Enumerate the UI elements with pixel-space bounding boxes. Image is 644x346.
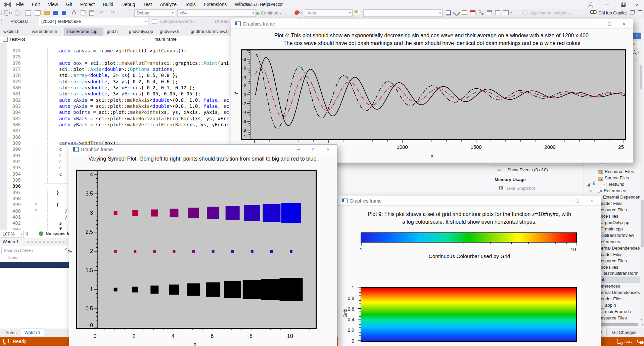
menu-extensions[interactable]: Extensions bbox=[200, 0, 231, 9]
hot-reload-caret[interactable]: ▾ bbox=[301, 11, 302, 14]
status-branch-label[interactable]: sci ▴ bbox=[625, 339, 633, 344]
restore-button[interactable] bbox=[616, 0, 631, 9]
platform-combo[interactable]: x64▾ bbox=[177, 9, 256, 17]
explorer-item-header-files[interactable]: Header Files bbox=[598, 296, 623, 303]
code-line[interactable]: std::array<double, 3> yErrors{ 0.05, 0.0… bbox=[39, 91, 201, 96]
code-line[interactable]: } bbox=[39, 190, 59, 195]
code-line[interactable]: auto canvas = frame->getPanel()->getCanv… bbox=[39, 48, 186, 53]
redo-icon[interactable]: ↷ bbox=[111, 10, 115, 15]
explorer-item-references[interactable]: ▷References bbox=[604, 188, 626, 194]
code-line[interactable]: c bbox=[39, 171, 62, 177]
minimize-button[interactable]: ─ bbox=[557, 198, 567, 204]
menu-build[interactable]: Build bbox=[99, 0, 117, 9]
account-name[interactable]: svector bbox=[269, 2, 283, 7]
fold-marker[interactable]: ˅ bbox=[35, 202, 39, 207]
tab-gridtransformview-h[interactable]: gridtransformview.h bbox=[187, 28, 234, 36]
breadcrumb-member[interactable]: mainFrame bbox=[154, 37, 177, 42]
copy-icon[interactable] bbox=[81, 10, 85, 15]
code-line[interactable]: auto xAxis = sci::plot::makeAxis<double>… bbox=[39, 97, 229, 103]
copilot-share-icon[interactable] bbox=[630, 10, 635, 14]
linked-services-icon[interactable] bbox=[479, 10, 481, 13]
tab-wxrenderer-h[interactable]: wxrenderer.h bbox=[29, 28, 64, 36]
save-all-icon[interactable] bbox=[61, 10, 66, 15]
code-line[interactable]: f bbox=[39, 227, 62, 230]
menu-test[interactable]: Test bbox=[139, 0, 156, 9]
tab-git-changes[interactable]: Git Changes bbox=[609, 329, 639, 336]
plot4-title-bar[interactable]: Graphics frame ─ □ × bbox=[231, 19, 633, 29]
menu-debug[interactable]: Debug bbox=[117, 0, 139, 9]
explorer-item-header-files[interactable]: Header Files bbox=[598, 252, 623, 258]
graphics-frame-plot9-window[interactable]: Graphics frame ─ □ × Plot 9: This plot s… bbox=[338, 196, 601, 346]
maximize-button[interactable]: □ bbox=[604, 20, 614, 27]
graphics-frame-varying-window[interactable]: Graphics frame ─ □ × Varying Symbol Plot… bbox=[69, 144, 337, 346]
watch-search-input[interactable]: Search (Ctrl+E) bbox=[1, 247, 69, 254]
undo-icon[interactable]: ↶ bbox=[99, 10, 103, 15]
browse-folder-icon[interactable] bbox=[355, 10, 360, 14]
close-button[interactable]: × bbox=[587, 198, 597, 204]
explorer-item-resource-files[interactable]: Resource Files bbox=[605, 169, 634, 175]
tab-gridview-h[interactable]: gridview.h bbox=[156, 28, 187, 36]
zoom-combo[interactable]: 107 %▾ bbox=[1, 231, 24, 237]
tab-watch-1[interactable]: Watch 1 bbox=[21, 329, 44, 336]
cut-icon[interactable] bbox=[72, 10, 77, 15]
explorer-item-source-files[interactable]: Source Files bbox=[605, 175, 629, 182]
close-button[interactable]: × bbox=[619, 20, 629, 27]
menu-view[interactable]: View bbox=[44, 0, 62, 9]
code-line[interactable]: std::array<double, 3> ys{ 0.2, 0.4, 0.6 … bbox=[39, 79, 178, 84]
auto-combo[interactable]: Auto▾ bbox=[305, 9, 353, 17]
split-view-icon[interactable] bbox=[495, 10, 500, 15]
code-line[interactable]: / bbox=[39, 214, 67, 220]
explorer-item-header-files[interactable]: Header Files bbox=[598, 201, 623, 207]
minimize-button[interactable]: ─ bbox=[600, 0, 614, 9]
search-box[interactable]: Search ▾ bbox=[239, 1, 269, 8]
code-line[interactable]: auto xBars = sci::plot::makeHorizontalEr… bbox=[39, 116, 229, 121]
feedback-icon[interactable] bbox=[638, 10, 642, 14]
code-line[interactable]: s bbox=[39, 220, 62, 226]
code-line[interactable]: c bbox=[39, 146, 62, 152]
close-tool-tab-button[interactable]: × bbox=[633, 33, 641, 39]
target-combo[interactable]: ▾ bbox=[363, 9, 443, 17]
source-control-icon[interactable]: 6 bbox=[617, 339, 622, 344]
code-line[interactable]: std::array<double, 3> xs{ 0.1, 0.5, 0.8 … bbox=[39, 73, 178, 78]
explorer-item-external-dependencies[interactable]: External Dependencies bbox=[595, 246, 640, 252]
editor-vscrollbar[interactable] bbox=[639, 62, 643, 162]
explorer-item-gridonly-cpp[interactable]: ++gridOnly.cpp bbox=[605, 220, 629, 226]
graphics-frame-plot4-window[interactable]: Graphics frame ─ □ × Plot 4: This plot s… bbox=[231, 19, 633, 163]
menu-project[interactable]: Project bbox=[76, 0, 99, 9]
close-button[interactable]: × bbox=[323, 146, 333, 153]
varying-title-bar[interactable]: Graphics frame ─ □ × bbox=[69, 145, 337, 154]
code-line[interactable]: std::array<double, 3> xErrors{ 0.2, 0.1,… bbox=[39, 85, 195, 90]
code-line[interactable]: / bbox=[39, 208, 67, 214]
code-line[interactable]: c bbox=[39, 159, 62, 164]
scrollbar-up-arrow[interactable]: ▴ bbox=[635, 58, 637, 62]
sync-views-icon[interactable]: ⇅ bbox=[25, 231, 29, 236]
take-snapshot-button[interactable]: Take Snapshot bbox=[492, 184, 584, 192]
explorer-item-app-h[interactable]: happ.h bbox=[605, 303, 616, 309]
navigate-back-icon[interactable]: ← bbox=[4, 10, 10, 16]
show-events-row[interactable]: »» Show Events (0 of 0) bbox=[492, 166, 584, 174]
terminal-icon[interactable]: > bbox=[503, 10, 509, 15]
debug-configuration-combo[interactable]: Debug▾ bbox=[134, 9, 175, 17]
explorer-item-external-dependencies[interactable]: External Dependencies bbox=[595, 290, 640, 296]
explorer-item-resource-files[interactable]: Resource Files bbox=[598, 207, 627, 214]
navigate-forward-icon[interactable]: → bbox=[15, 10, 20, 16]
app-insights-label[interactable]: Application Insights ▾ bbox=[530, 10, 570, 15]
menu-tools[interactable]: Tools bbox=[181, 0, 200, 9]
menu-git[interactable]: Git bbox=[62, 0, 76, 9]
tab-mainFrame-cpp[interactable]: mainFrame.cpp × bbox=[64, 28, 103, 36]
explorer-item-testgrid[interactable]: +TestGrid bbox=[608, 182, 624, 188]
explorer-item-external-dependencies[interactable]: ▷External Dependencies bbox=[603, 194, 644, 201]
explorer-item-resource-files[interactable]: Resource Files bbox=[598, 315, 627, 322]
navigate-back-caret[interactable]: ▾ bbox=[11, 11, 12, 14]
lifecycle-events-dropdown[interactable]: Lifecycle Events ▾ bbox=[160, 19, 195, 24]
code-line[interactable]: c bbox=[39, 153, 62, 158]
breakpoint-margin[interactable] bbox=[0, 43, 7, 230]
code-line[interactable]: c bbox=[39, 165, 62, 170]
continue-button[interactable]: ▶ Continue ▾ bbox=[257, 10, 281, 17]
test-explorer-icon[interactable] bbox=[446, 10, 451, 15]
minimize-button[interactable]: ─ bbox=[293, 146, 304, 153]
maximize-button[interactable]: □ bbox=[309, 146, 319, 153]
code-line[interactable]: auto yBars = sci::plot::makeVerticalErro… bbox=[39, 122, 229, 127]
breadcrumb-project[interactable]: TestPlot bbox=[9, 37, 25, 42]
new-project-icon[interactable] bbox=[26, 10, 31, 16]
